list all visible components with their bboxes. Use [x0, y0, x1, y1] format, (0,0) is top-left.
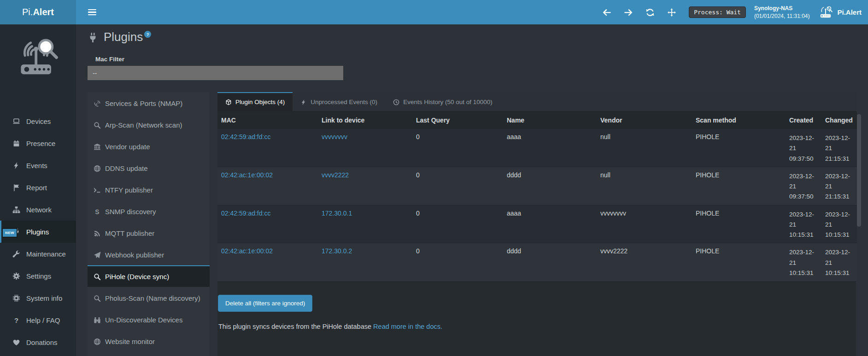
changed-cell: 2023-12-2110:15:31 — [821, 243, 857, 281]
globe-icon — [94, 338, 101, 345]
plugin-panel: Plugin Objects (4)Unprocessed Events (0)… — [217, 92, 856, 356]
plugin-item-ntfy-publisher[interactable]: NTFY publisher — [88, 179, 210, 200]
device-link[interactable]: vvvv2222 — [322, 171, 349, 179]
plugin-item-label: Un-Discoverable Devices — [105, 316, 182, 324]
plugin-item-label: Services & Ports (NMAP) — [105, 99, 182, 107]
tab-events-history-50-out-of-10000[interactable]: Events History (50 out of 10000) — [385, 92, 500, 111]
hamburger-menu-button[interactable] — [86, 6, 98, 19]
plugin-item-arp-scan-network-scan[interactable]: Arp-Scan (Network scan) — [88, 114, 210, 135]
mac-filter-input[interactable] — [88, 66, 343, 80]
column-header-scan-method[interactable]: Scan method — [692, 111, 786, 129]
app-window: Pi.Alert Process: Wait Synology-NAS — [0, 0, 868, 356]
device-link[interactable]: 172.30.0.2 — [322, 247, 352, 255]
plugin-item-label: Arp-Scan (Network scan) — [105, 121, 182, 129]
back-arrow-icon[interactable] — [602, 8, 611, 17]
mac-link[interactable]: 02:42:ac:1e:00:02 — [221, 247, 273, 255]
table-row: 02:42:ac:1e:00:02vvvv22220ddddnullPIHOLE… — [217, 167, 857, 205]
name-cell: dddd — [503, 167, 597, 205]
docs-link[interactable]: Read more in the docs. — [373, 323, 442, 330]
sidebar-item-donations[interactable]: Donations — [0, 331, 76, 353]
table-scrollbar[interactable] — [857, 114, 861, 227]
mac-link[interactable]: 02:42:59:ad:fd:cc — [221, 133, 270, 140]
column-header-vendor[interactable]: Vendor — [597, 111, 692, 129]
plugin-item-snmp-discovery[interactable]: SSNMP discovery — [88, 200, 210, 222]
created-cell: 2023-12-2110:15:31 — [786, 243, 821, 281]
tab-content: MACLink to deviceLast QueryNameVendorSca… — [217, 111, 856, 356]
sidebar-item-label: Donations — [26, 338, 58, 346]
columns: Services & Ports (NMAP)Arp-Scan (Network… — [88, 92, 868, 356]
page-header: Plugins ? — [88, 30, 868, 49]
plugin-item-webhook-publisher[interactable]: Webhook publisher — [88, 244, 210, 265]
name-cell: dddd — [503, 243, 597, 281]
plugin-item-mqtt-publisher[interactable]: MQTT publisher — [88, 222, 210, 244]
sidebar-item-settings[interactable]: Settings — [0, 265, 76, 287]
sidebar-item-system-info[interactable]: System info — [0, 287, 76, 309]
device-link[interactable]: vvvvvvvv — [322, 133, 347, 140]
device-link[interactable]: 172.30.0.1 — [322, 210, 352, 217]
vendor-cell: vvvvvvvv — [597, 205, 692, 243]
tab-unprocessed-events-0[interactable]: Unprocessed Events (0) — [293, 92, 385, 111]
tab-plugin-objects-4[interactable]: Plugin Objects (4) — [217, 92, 293, 111]
globe-icon — [94, 165, 101, 172]
bank-icon — [94, 143, 101, 151]
pialert-logo — [0, 24, 76, 96]
sidebar-item-help-faq[interactable]: ?Help / FAQ — [0, 309, 76, 331]
tab-label: Unprocessed Events (0) — [311, 99, 377, 105]
sidebar-item-events[interactable]: Events — [0, 154, 76, 176]
topbar: Pi.Alert Process: Wait Synology-NAS — [0, 0, 868, 24]
forward-arrow-icon[interactable] — [624, 8, 633, 17]
column-header-link-to-device[interactable]: Link to device — [318, 111, 412, 129]
sidebar-item-label: Devices — [26, 117, 51, 125]
sidebar-item-label: Events — [26, 162, 47, 169]
plugin-item-vendor-update[interactable]: Vendor update — [88, 135, 210, 157]
plugin-item-pholus-scan-name-discovery[interactable]: Pholus-Scan (Name discovery) — [88, 287, 210, 309]
mac-link[interactable]: 02:42:ac:1e:00:02 — [221, 171, 273, 179]
sidebar-item-label: System info — [26, 294, 62, 302]
column-header-name[interactable]: Name — [503, 111, 597, 129]
help-badge[interactable]: ? — [144, 31, 151, 38]
plugin-item-label: DDNS update — [105, 164, 148, 172]
sidebar-item-presence[interactable]: Presence — [0, 132, 76, 154]
heart-icon — [12, 338, 20, 346]
plugin-item-ddns-update[interactable]: DDNS update — [88, 157, 210, 179]
bolt-icon — [300, 99, 307, 105]
host-time: (01/01/2024, 11:31:04) — [754, 12, 810, 20]
rss-icon — [94, 230, 101, 237]
plugin-item-label: PiHole (Device sync) — [105, 273, 169, 280]
table-row: 02:42:59:ad:fd:cc172.30.0.10aaaavvvvvvvv… — [217, 205, 857, 243]
sidebar-item-label: Help / FAQ — [26, 316, 60, 324]
wrench-icon — [12, 250, 20, 258]
sidebar-item-report[interactable]: Report — [0, 176, 76, 198]
created-cell: 2023-12-2109:37:50 — [786, 167, 821, 205]
topbar-main: Process: Wait Synology-NAS (01/01/2024, … — [76, 0, 868, 24]
delete-all-button[interactable]: Delete all (filters are ignored) — [218, 295, 312, 312]
scan-method-cell: PIHOLE — [692, 205, 786, 243]
column-header-changed[interactable]: Changed — [821, 111, 857, 129]
sidebar-item-maintenance[interactable]: Maintenance — [0, 243, 76, 265]
sidebar-item-devices[interactable]: Devices — [0, 110, 76, 132]
last-query-cell: 0 — [412, 167, 503, 205]
last-query-cell: 0 — [412, 129, 503, 167]
snmp-icon: S — [94, 208, 101, 216]
plugin-item-services-ports-nmap[interactable]: Services & Ports (NMAP) — [88, 92, 210, 114]
changed-cell: 2023-12-2121:15:31 — [821, 129, 857, 167]
plugin-item-website-monitor[interactable]: Website monitor — [88, 330, 210, 352]
last-query-cell: 0 — [412, 243, 503, 281]
plugin-item-pihole-device-sync[interactable]: PiHole (Device sync) — [88, 265, 210, 287]
sidebar-item-network[interactable]: Network — [0, 198, 76, 221]
sidebar-item-label: Settings — [26, 272, 51, 280]
changed-cell: 2023-12-2110:15:31 — [821, 205, 857, 243]
created-cell: 2023-12-2109:37:50 — [786, 129, 821, 167]
column-header-mac[interactable]: MAC — [217, 111, 318, 129]
plugin-item-label: NTFY publisher — [105, 186, 153, 194]
column-header-last-query[interactable]: Last Query — [412, 111, 503, 129]
page-title: Plugins — [104, 30, 143, 44]
plugin-item-un-discoverable-devices[interactable]: Un-Discoverable Devices — [88, 309, 210, 330]
column-header-created[interactable]: Created — [786, 111, 821, 129]
mac-link[interactable]: 02:42:59:ad:fd:cc — [221, 210, 270, 217]
topbar-right-cluster: Process: Wait Synology-NAS (01/01/2024, … — [590, 5, 862, 20]
refresh-icon[interactable] — [645, 8, 655, 17]
move-icon[interactable] — [667, 8, 676, 17]
brand-link[interactable]: Pi.Alert — [0, 0, 76, 24]
mac-filter-label: Mac Filter — [95, 56, 868, 63]
